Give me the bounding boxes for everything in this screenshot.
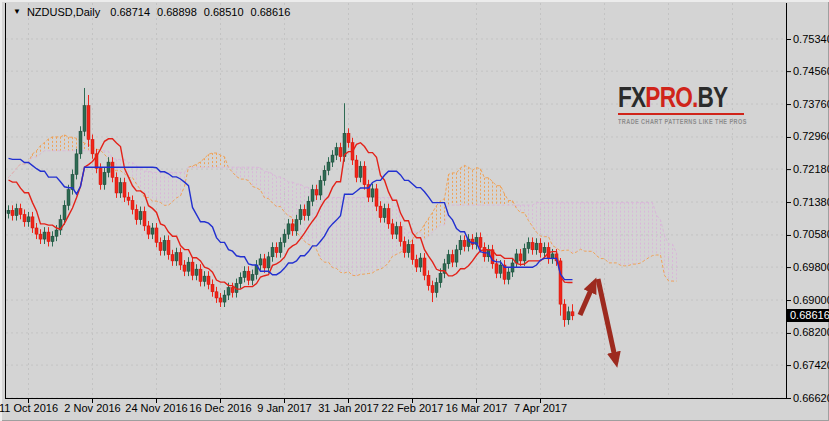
fxpro-logo-wordmark: FXPRO.BY xyxy=(618,83,724,112)
high-value: 0.68898 xyxy=(157,6,197,18)
kijun-sen-line xyxy=(9,158,573,279)
fxpro-logo: FXPRO.BY TRADE CHART PATTERNS LIKE THE P… xyxy=(618,83,754,125)
date-axis-label: 16 Dec 2016 xyxy=(189,402,251,414)
trend-arrow-down xyxy=(598,279,616,362)
open-value: 0.68714 xyxy=(110,6,150,18)
price-axis-label: 0.75340 xyxy=(793,33,829,46)
trend-arrows xyxy=(580,279,616,362)
logo-text-by: BY xyxy=(698,81,728,113)
price-axis-label: 0.69800 xyxy=(793,261,829,274)
logo-red-rule xyxy=(618,113,744,115)
current-price-tag: 0.68616 xyxy=(787,309,829,322)
trend-arrow-up xyxy=(580,283,594,315)
chart-window: ▼ NZDUSD,Daily 0.68714 0.68898 0.68510 0… xyxy=(0,0,829,421)
symbol-timeframe-label: NZDUSD,Daily xyxy=(27,6,100,18)
price-axis-label: 0.67420 xyxy=(793,359,829,372)
date-axis-label: 11 Oct 2016 xyxy=(0,402,58,414)
logo-text-pro: PRO. xyxy=(645,81,697,113)
price-axis-label: 0.73760 xyxy=(793,98,829,111)
price-axis-label: 0.71380 xyxy=(793,196,829,209)
current-price-value: 0.68616 xyxy=(790,309,829,321)
symbol-dropdown-triangle-icon: ▼ xyxy=(13,8,21,16)
date-axis-label: 22 Feb 2017 xyxy=(382,402,444,414)
price-axis-label: 0.74560 xyxy=(793,65,829,78)
date-axis-label: 31 Jan 2017 xyxy=(318,402,379,414)
tenkan-sen-line xyxy=(9,139,573,289)
date-axis-label: 2 Nov 2016 xyxy=(64,402,120,414)
price-axis-label: 0.70580 xyxy=(793,228,829,241)
close-value: 0.68616 xyxy=(251,6,291,18)
price-axis-label: 0.72960 xyxy=(793,130,829,143)
date-axis-label: 9 Jan 2017 xyxy=(257,402,311,414)
price-axis-label: 0.69000 xyxy=(793,294,829,307)
price-axis-label: 0.72180 xyxy=(793,163,829,176)
price-axis-label: 0.66620 xyxy=(793,392,829,405)
date-axis-label: 24 Nov 2016 xyxy=(125,402,187,414)
low-value: 0.68510 xyxy=(204,6,244,18)
chart-canvas[interactable] xyxy=(0,0,829,421)
price-axis-label: 0.68200 xyxy=(793,326,829,339)
date-axis-label: 16 Mar 2017 xyxy=(446,402,508,414)
logo-tagline: TRADE CHART PATTERNS LIKE THE PROS xyxy=(618,118,734,125)
date-axis-label: 7 Apr 2017 xyxy=(514,402,567,414)
chart-title: ▼ NZDUSD,Daily 0.68714 0.68898 0.68510 0… xyxy=(13,6,297,18)
logo-text-fx: FX xyxy=(618,81,645,113)
